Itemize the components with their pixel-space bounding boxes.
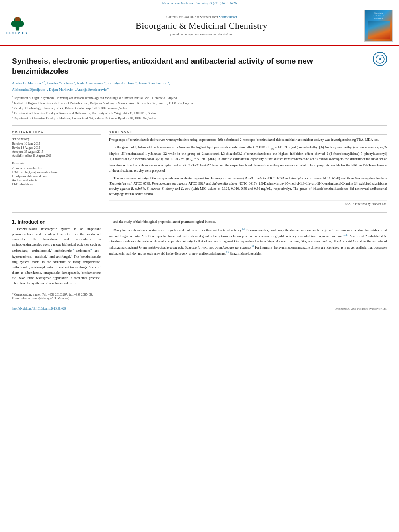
footer-copyright: 0968-0896/© 2015 Published by Elsevier L… — [335, 307, 387, 310]
affiliation-b: b Institute of Organic Chemistry with Ce… — [12, 100, 387, 105]
abstract-text: Two groups of benzimidazole derivatives … — [109, 137, 387, 197]
journal-title-block: Contents lists available at ScienceDirec… — [39, 15, 364, 36]
revised-date: Revised 8 August 2015 — [12, 146, 101, 150]
affiliation-a: a Department of Organic Synthesis, Unive… — [12, 95, 387, 100]
affiliations-block: a Department of Organic Synthesis, Unive… — [12, 95, 387, 121]
journal-cover-image: Bioorganic& MedicinalChemistry — [364, 10, 393, 42]
accepted-date: Accepted 25 August 2015 — [12, 150, 101, 154]
title-row: Synthesis, electronic properties, antiox… — [12, 50, 387, 80]
journal-homepage: journal homepage: www.elsevier.com/locat… — [39, 33, 364, 36]
introduction-heading: 1. Introduction — [12, 219, 101, 225]
crossmark-icon: ✕ — [376, 55, 385, 64]
article-title: Synthesis, electronic properties, antiox… — [12, 56, 369, 76]
elsevier-label: ELSEVIER — [6, 31, 28, 35]
keywords-section: Keywords: 2-Imino-benzimidazoles 1,3-Thi… — [12, 162, 101, 186]
footnote-email-note: E-mail address: annav@abv.bg (A.T. Mavro… — [12, 296, 387, 300]
introduction-right-para-1: and the study of their biological proper… — [109, 219, 387, 224]
keywords-label: Keywords: — [12, 162, 101, 165]
introduction-right-column: and the study of their biological proper… — [109, 219, 387, 289]
article-history-label: Article history: — [12, 137, 101, 141]
keyword-3: Lipid peroxidation inhibition — [12, 175, 101, 178]
journal-header: ELSEVIER Contents lists available at Sci… — [0, 6, 399, 46]
journal-title: Bioorganic & Medicinal Chemistry — [39, 21, 364, 31]
journal-ref-text: Bioorganic & Medicinal Chemistry 23 (201… — [162, 2, 237, 5]
footnote-star-note: * Corresponding author. Tel.: +359 28163… — [12, 293, 387, 296]
introduction-section: 1. Introduction Benzimidazole heterocycl… — [12, 219, 387, 289]
journal-reference-bar: Bioorganic & Medicinal Chemistry 23 (201… — [0, 0, 399, 6]
introduction-right-para-2: Many benzimidazoles derivatives were syn… — [109, 227, 387, 256]
elsevier-tree-icon — [6, 17, 29, 31]
elsevier-logo: ELSEVIER — [6, 16, 39, 36]
sciencedirect-line: Contents lists available at ScienceDirec… — [39, 15, 364, 19]
affiliation-e: e Department of Chemistry, Faculty of Me… — [12, 115, 387, 121]
affiliation-d: d Department of Chemistry, Faculty of Sc… — [12, 110, 387, 115]
abstract-heading: ABSTRACT — [109, 130, 387, 135]
affiliation-c: c Faculty of Technology, University of N… — [12, 105, 387, 111]
sciencedirect-link[interactable]: ScienceDirect — [219, 15, 237, 19]
copyright-notice: © 2015 Published by Elsevier Ltd. — [109, 200, 387, 206]
article-info-heading: ARTICLE INFO — [12, 130, 101, 135]
keyword-1: 2-Imino-benzimidazoles — [12, 166, 101, 170]
section-divider — [12, 212, 387, 213]
svg-text:✕: ✕ — [378, 56, 382, 62]
abstract-para-3: The antibacterial activity of the compou… — [109, 176, 387, 197]
received-date: Received 19 June 2015 — [12, 142, 101, 146]
doi-link[interactable]: http://dx.doi.org/10.1016/j.bmc.2015.08.… — [12, 307, 66, 310]
article-info-column: ARTICLE INFO Article history: Received 1… — [12, 130, 101, 206]
authors-line: Anelia Ts. Mavrova a,*, Denitsa Yancheva… — [12, 80, 387, 92]
keyword-5: DFT calculations — [12, 183, 101, 186]
main-content: Synthesis, electronic properties, antiox… — [0, 46, 399, 304]
keyword-4: Antibacterial activity — [12, 179, 101, 182]
svg-rect-7 — [16, 17, 19, 18]
abstract-para-1: Two groups of benzimidazole derivatives … — [109, 137, 387, 142]
available-date: Available online 28 August 2015 — [12, 154, 101, 158]
footer-area: http://dx.doi.org/10.1016/j.bmc.2015.08.… — [0, 304, 399, 313]
introduction-left-para: Benzimidazole heterocycle system is an i… — [12, 226, 101, 286]
abstract-column: ABSTRACT Two groups of benzimidazole der… — [109, 130, 387, 206]
keyword-2: 1,3-Thiazolo[3,2-a]benzimidazolones — [12, 170, 101, 174]
abstract-para-2: In the group of 1,3-disubstituted-benzim… — [109, 145, 387, 173]
article-info-abstract-row: ARTICLE INFO Article history: Received 1… — [12, 125, 387, 206]
introduction-left-column: 1. Introduction Benzimidazole heterocycl… — [12, 219, 101, 289]
crossmark-badge[interactable]: ✕ — [373, 52, 387, 66]
footnote-block: * Corresponding author. Tel.: +359 28163… — [12, 291, 387, 300]
